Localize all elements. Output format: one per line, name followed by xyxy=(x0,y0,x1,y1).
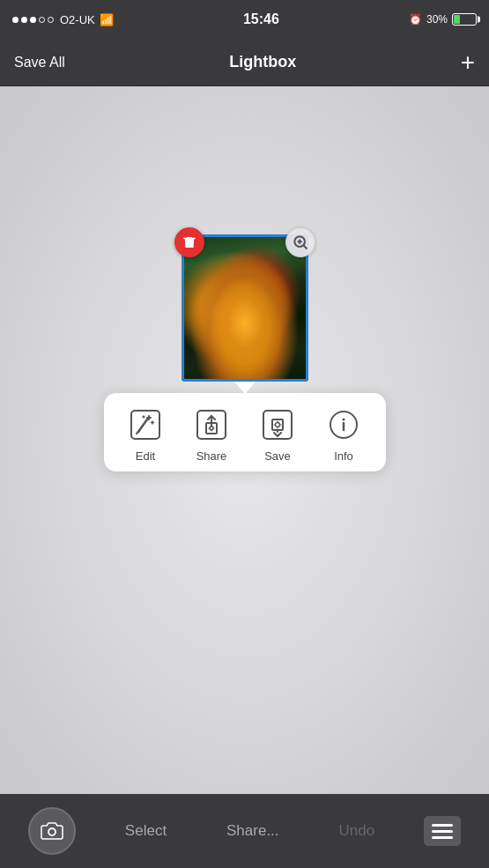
camera-icon xyxy=(41,821,63,841)
signal-dot-5 xyxy=(48,17,54,23)
info-icon xyxy=(324,405,363,444)
status-right: ⏰ 30% xyxy=(409,13,477,26)
zoom-button[interactable] xyxy=(285,227,315,257)
signal-dot-4 xyxy=(39,17,45,23)
svg-line-7 xyxy=(138,419,147,432)
svg-line-3 xyxy=(303,246,307,249)
info-svg xyxy=(328,409,359,441)
menu-line-1 xyxy=(432,824,453,827)
menu-line-3 xyxy=(432,836,453,839)
zoom-in-icon xyxy=(292,234,309,251)
add-button[interactable]: + xyxy=(461,50,475,75)
svg-rect-6 xyxy=(131,411,159,439)
carrier-name: O2-UK xyxy=(60,13,95,26)
alarm-icon: ⏰ xyxy=(409,13,422,26)
save-action[interactable]: Save xyxy=(247,405,308,463)
save-label: Save xyxy=(264,449,291,463)
popup-action-bar: Edit xyxy=(104,393,386,471)
page-title: Lightbox xyxy=(229,53,296,71)
share-label: Share xyxy=(196,449,227,463)
signal-dot-3 xyxy=(30,17,36,23)
popup-triangle xyxy=(234,382,256,394)
main-content: Edit xyxy=(0,86,489,794)
edit-icon xyxy=(126,405,165,444)
info-action[interactable]: Info xyxy=(313,405,374,463)
trash-icon xyxy=(182,234,197,250)
nav-bar: Save All Lightbox + xyxy=(0,39,489,86)
share-icon xyxy=(192,405,231,444)
status-bar: O2-UK 📶 15:46 ⏰ 30% xyxy=(0,0,489,39)
svg-point-33 xyxy=(343,419,345,421)
svg-line-8 xyxy=(137,432,138,434)
signal-strength xyxy=(12,17,54,23)
signal-dot-1 xyxy=(12,17,19,23)
info-label: Info xyxy=(334,449,353,463)
svg-rect-23 xyxy=(263,411,292,439)
battery-indicator xyxy=(452,13,477,26)
camera-button[interactable] xyxy=(28,807,76,855)
share-action[interactable]: Share xyxy=(181,405,242,463)
svg-point-34 xyxy=(48,828,56,835)
edit-label: Edit xyxy=(136,449,155,463)
share-bottom-button[interactable]: Share... xyxy=(216,815,290,847)
svg-point-26 xyxy=(276,423,280,427)
wifi-icon: 📶 xyxy=(100,13,114,26)
bottom-bar: Select Share... Undo xyxy=(0,794,489,868)
edit-action[interactable]: Edit xyxy=(115,405,176,463)
battery-body xyxy=(452,13,477,26)
undo-button[interactable]: Undo xyxy=(328,815,385,847)
photo-wrapper xyxy=(174,227,315,382)
battery-fill xyxy=(454,15,460,24)
share-svg xyxy=(196,409,227,441)
signal-dot-2 xyxy=(21,17,27,23)
status-left: O2-UK 📶 xyxy=(12,13,114,26)
battery-percent: 30% xyxy=(426,13,448,26)
photo-item-container: Edit xyxy=(104,227,386,471)
select-button[interactable]: Select xyxy=(115,815,177,847)
save-icon xyxy=(258,405,297,444)
save-all-button[interactable]: Save All xyxy=(14,55,65,70)
save-svg xyxy=(262,409,293,441)
edit-svg xyxy=(130,409,161,441)
menu-button[interactable] xyxy=(424,816,461,846)
menu-line-2 xyxy=(432,830,453,833)
photo-selected-border xyxy=(182,234,308,382)
delete-button[interactable] xyxy=(174,227,204,257)
status-time: 15:46 xyxy=(243,11,279,27)
